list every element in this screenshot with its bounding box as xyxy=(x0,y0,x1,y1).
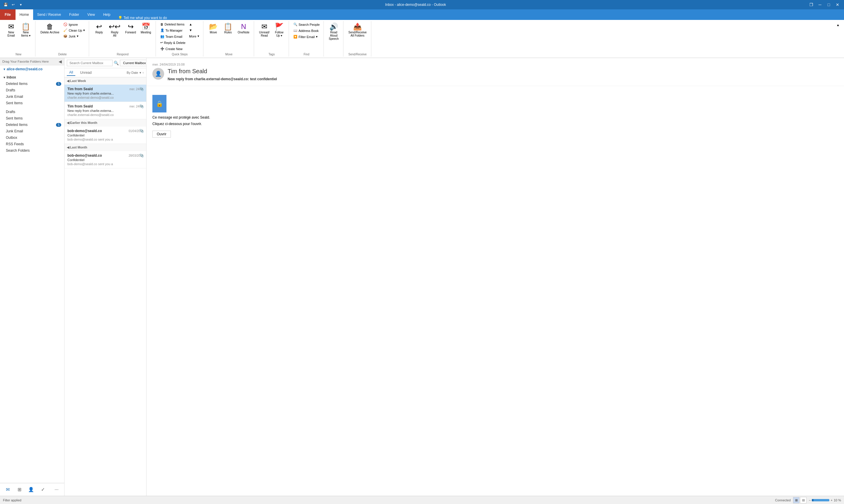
reply-delete-button[interactable]: ↩ Reply & Delete xyxy=(159,40,187,46)
open-button[interactable]: Ouvrir xyxy=(152,131,171,138)
body-line1: Ce message est protégé avec Seald. xyxy=(152,115,838,120)
sidebar-item-junk-email[interactable]: Junk Email xyxy=(0,93,64,100)
view-reading-button[interactable]: ▤ xyxy=(800,497,807,503)
quick-steps-up-button[interactable]: ▲ xyxy=(188,22,201,27)
status-right: Connected ▦ ▤ − + 10 % xyxy=(775,497,841,503)
cleanup-button[interactable]: 🧹 Clean Up ▾ xyxy=(62,28,86,33)
mailbox-selector[interactable]: Current Mailbox xyxy=(120,60,146,66)
filter-applied-label: Filter applied xyxy=(3,499,21,502)
new-group-label: New xyxy=(16,52,21,56)
reply-button[interactable]: ↩ Reply xyxy=(92,22,106,35)
tab-send-receive[interactable]: Send / Receive xyxy=(33,10,65,20)
close-button[interactable]: ✕ xyxy=(833,1,842,9)
nav-calendar-button[interactable]: ⊞ xyxy=(14,484,24,495)
sidebar-item-sent-items[interactable]: Sent Items xyxy=(0,100,64,106)
address-book-label: Address Book xyxy=(299,29,319,33)
maximize-button[interactable]: □ xyxy=(825,1,833,9)
ribbon-group-send-receive: 📤 Send/ReceiveAll Folders Send/Receive xyxy=(344,21,371,56)
forward-button[interactable]: ↪ Forward xyxy=(123,22,138,35)
forward-icon: ↪ xyxy=(128,23,134,30)
email-item[interactable]: 📎 bob-demo@seald.co 01/04/2019 Confident… xyxy=(65,127,146,144)
move-button[interactable]: 📂 Move xyxy=(206,22,221,35)
sidebar-item-deleted-items[interactable]: Deleted Items 5 xyxy=(0,80,64,87)
nav-mail-button[interactable]: ✉ xyxy=(2,484,13,495)
follow-up-button[interactable]: 🚩 FollowUp ▾ xyxy=(272,22,286,39)
zoom-decrease-button[interactable]: − xyxy=(809,499,811,502)
team-email-button[interactable]: 👥 Team Email xyxy=(159,34,187,39)
sidebar-item-deleted-items-2[interactable]: Deleted Items 5 xyxy=(0,122,64,128)
tab-help[interactable]: Help xyxy=(99,10,115,20)
zoom-increase-button[interactable]: + xyxy=(830,499,832,502)
quick-steps-more-button[interactable]: More ▾ xyxy=(188,33,201,39)
search-people-button[interactable]: 🔍 Search People xyxy=(292,22,321,27)
undo-button[interactable]: ↩ xyxy=(10,1,16,8)
sidebar-item-drafts[interactable]: Drafts xyxy=(0,87,64,93)
restore-button[interactable]: ❐ xyxy=(807,1,815,9)
email-subject: New reply from charlie.externa... xyxy=(67,92,143,95)
create-new-button[interactable]: ➕ Create New xyxy=(159,46,187,52)
sidebar-item-drafts-2[interactable]: Drafts xyxy=(0,109,64,115)
read-aloud-button[interactable]: 🔊 ReadAloudSpeech xyxy=(327,22,341,42)
email-group-last-month: ◀ Last Month xyxy=(65,144,146,151)
sidebar-item-outbox[interactable]: Outbox xyxy=(0,134,64,141)
ignore-label: Ignore xyxy=(69,23,78,26)
search-input[interactable] xyxy=(67,60,112,66)
nav-bottom: ✉ ⊞ 👤 ✓ ··· xyxy=(0,483,64,496)
nav-people-button[interactable]: 👤 xyxy=(26,484,36,495)
meeting-button[interactable]: 📅 Meeting xyxy=(139,22,153,35)
new-items-button[interactable]: 📋 NewItems ▾ xyxy=(19,22,33,39)
deleted-items-quick-step-button[interactable]: 🗑 Deleted Items xyxy=(159,22,187,27)
send-receive-all-button[interactable]: 📤 Send/ReceiveAll Folders xyxy=(346,22,369,39)
reply-all-icon: ↩↩ xyxy=(109,23,120,30)
tab-home[interactable]: Home xyxy=(16,10,33,20)
view-normal-button[interactable]: ▦ xyxy=(793,497,799,503)
email-item[interactable]: 📎 Tim from Seald mer. 24/04 New reply fr… xyxy=(65,102,146,119)
email-filter: All Unread By Date ▾ ↑ xyxy=(65,68,146,77)
junk-button[interactable]: 📦 Junk ▾ xyxy=(62,33,86,39)
filter-email-button[interactable]: 🔽 Filter Email ▾ xyxy=(292,34,321,39)
ribbon-group-tags: ✉ Unread/Read 🚩 FollowUp ▾ Tags xyxy=(255,21,289,56)
sort-chevron-icon: ▾ xyxy=(140,71,141,75)
onenote-icon: N xyxy=(241,23,246,30)
sidebar-inbox-header[interactable]: Inbox xyxy=(0,74,64,80)
minimize-button[interactable]: ─ xyxy=(816,1,824,9)
save-button[interactable]: 💾 xyxy=(2,1,9,8)
sidebar-item-junk-email-2[interactable]: Junk Email xyxy=(0,128,64,134)
address-book-button[interactable]: 📖 Address Book xyxy=(292,28,321,33)
reply-all-button[interactable]: ↩↩ ReplyAll xyxy=(107,22,123,39)
ribbon-content: ✉ NewEmail 📋 NewItems ▾ New 🗑 Delete Arc… xyxy=(0,20,844,58)
sidebar-item-sent-items-2[interactable]: Sent Items xyxy=(0,115,64,122)
sort-dropdown[interactable]: By Date ▾ ↑ xyxy=(127,71,144,75)
ignore-button[interactable]: 🚫 Ignore xyxy=(62,22,86,27)
tab-file[interactable]: File xyxy=(0,10,16,20)
onenote-button[interactable]: N OneNote xyxy=(235,22,251,35)
filter-unread-tab[interactable]: Unread xyxy=(78,70,94,75)
nav-tasks-button[interactable]: ✓ xyxy=(37,484,48,495)
tell-me-input[interactable]: 💡 Tell me what you want to do xyxy=(115,16,171,20)
ribbon: File Home Send / Receive Folder View Hel… xyxy=(0,10,844,20)
email-body: Ce message est protégé avec Seald. Cliqu… xyxy=(146,86,844,496)
tab-folder[interactable]: Folder xyxy=(65,10,83,20)
email-item[interactable]: 📎 Tim from Seald mer. 24/04 New reply fr… xyxy=(65,85,146,102)
nav-more-button[interactable]: ··· xyxy=(51,484,62,495)
filter-all-tab[interactable]: All xyxy=(67,69,75,76)
junk-icon: 📦 xyxy=(63,34,67,38)
rules-button[interactable]: 📋 Rules xyxy=(221,22,235,35)
tab-view[interactable]: View xyxy=(83,10,99,20)
delete-archive-button[interactable]: 🗑 Delete Archive xyxy=(38,22,61,35)
to-manager-button[interactable]: 👤 To Manager xyxy=(159,28,187,33)
quick-steps-down-button[interactable]: ▼ xyxy=(188,28,201,33)
email-item-header: Tim from Seald mer. 24/04 xyxy=(67,104,143,108)
sidebar-toggle-button[interactable]: ◀ xyxy=(58,59,62,64)
unread-read-button[interactable]: ✉ Unread/Read xyxy=(257,22,272,39)
delete-archive-label: Delete Archive xyxy=(40,31,59,34)
quick-access-more-button[interactable]: ▾ xyxy=(18,1,24,8)
collapse-ribbon-button[interactable]: ▲ xyxy=(835,22,841,28)
sidebar-item-search-folders[interactable]: Search Folders xyxy=(0,147,64,154)
sidebar-item-rss-feeds[interactable]: RSS Feeds xyxy=(0,141,64,147)
sidebar-account[interactable]: alice-demo@seald.co xyxy=(0,65,64,73)
seald-attachment[interactable] xyxy=(152,95,166,112)
zoom-slider[interactable] xyxy=(812,499,813,501)
new-email-button[interactable]: ✉ NewEmail xyxy=(4,22,18,39)
email-item[interactable]: 📎 bob-demo@seald.co 28/03/2019 Confident… xyxy=(65,151,146,168)
